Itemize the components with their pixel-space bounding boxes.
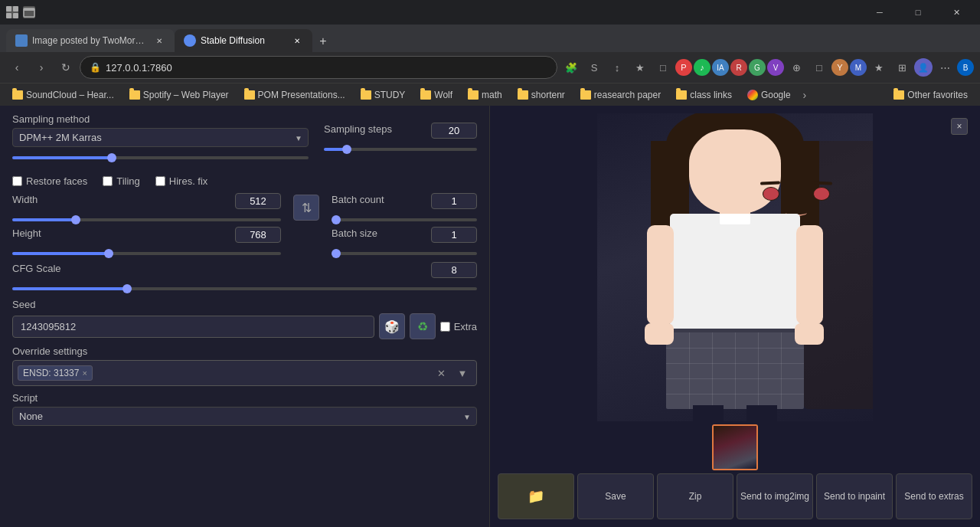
seed-text-input[interactable] (12, 316, 374, 338)
height-input[interactable] (235, 227, 281, 243)
avatar-icon[interactable]: 👤 (914, 58, 933, 77)
extra-checkbox[interactable]: Extra (440, 321, 477, 332)
batch-size-label: Batch size (332, 227, 377, 239)
collections-icon[interactable]: □ (652, 57, 674, 78)
hires-fix-input[interactable] (155, 176, 165, 186)
height-slider[interactable] (12, 252, 281, 255)
save-button[interactable]: Save (577, 473, 654, 519)
cfg-scale-input[interactable] (431, 262, 477, 278)
extra-icon2[interactable]: V (767, 59, 784, 76)
bookmark-spotify[interactable]: Spotify – Web Player (123, 88, 235, 102)
recycle-icon: ♻ (417, 319, 428, 334)
bookmark-wolf[interactable]: Wolf (414, 88, 459, 102)
cfg-scale-group: CFG Scale (12, 262, 477, 293)
bing-icon[interactable]: B (957, 59, 974, 76)
bookmark-shortenr[interactable]: shortenr (511, 88, 571, 102)
tab-stable-diffusion[interactable]: Stable Diffusion ✕ (175, 29, 312, 52)
batch-count-slider[interactable] (332, 218, 477, 221)
send-to-img2img-button[interactable]: Send to img2img (737, 473, 813, 519)
hires-fix-checkbox[interactable]: Hires. fix (155, 175, 208, 187)
minimize-button[interactable]: ─ (862, 0, 897, 25)
bookmark-study[interactable]: STUDY (354, 88, 412, 102)
script-group: Script None (12, 392, 477, 426)
extra-checkbox-input[interactable] (440, 322, 450, 332)
tiling-input[interactable] (103, 176, 113, 186)
forward-button[interactable]: › (31, 57, 52, 78)
swap-dimensions-button[interactable]: ⇅ (293, 195, 319, 221)
send-to-extras-button[interactable]: Send to extras (896, 473, 972, 519)
other-favorites-label: Other favorites (907, 90, 968, 100)
bookmark-pom[interactable]: POM Presentations... (238, 88, 351, 102)
save-label: Save (605, 491, 626, 502)
extra-icon1[interactable]: G (749, 59, 766, 76)
extra-icon4[interactable]: □ (808, 57, 830, 78)
override-input-row[interactable]: ENSD: 31337 × ✕ ▼ (12, 360, 477, 386)
dice-button[interactable]: 🎲 (379, 313, 405, 339)
google-favicon (747, 90, 758, 100)
thumbnail-1[interactable] (712, 424, 758, 470)
override-clear-button[interactable]: ✕ (432, 364, 450, 382)
maximize-button[interactable]: □ (900, 0, 936, 25)
extra-icon6[interactable]: M (850, 59, 867, 76)
tab2-close[interactable]: ✕ (291, 34, 303, 47)
override-dropdown-button[interactable]: ▼ (453, 364, 472, 382)
sampling-steps-slider[interactable] (324, 148, 477, 151)
hand-right (795, 323, 824, 345)
sidebar-icon[interactable]: ⊞ (891, 57, 913, 78)
ia-icon[interactable]: IA (712, 59, 729, 76)
recycle-button[interactable]: ♻ (410, 313, 436, 339)
send-to-inpaint-button[interactable]: Send to inpaint (816, 473, 893, 519)
pom-icon[interactable]: P (675, 59, 692, 76)
extensions-icon[interactable]: 🧩 (560, 57, 582, 78)
extra-icon3[interactable]: ⊕ (786, 57, 807, 78)
tab-image-posted[interactable]: Image posted by TwoMoreTimes... ✕ (6, 29, 175, 52)
bookmark-classlinks[interactable]: class links (670, 88, 738, 102)
favorites-icon[interactable]: ★ (868, 57, 890, 78)
bookmark-math[interactable]: math (462, 88, 508, 102)
bookmark-research[interactable]: reasearch paper (574, 88, 667, 102)
batch-count-input[interactable] (431, 193, 477, 209)
address-bar[interactable]: 🔒 127.0.0.1:7860 (80, 56, 557, 79)
tab1-close[interactable]: ✕ (153, 34, 165, 47)
back-button[interactable]: ‹ (6, 57, 28, 78)
override-tag-label: ENSD: 31337 (23, 368, 79, 378)
rb-icon[interactable]: R (730, 59, 747, 76)
width-input[interactable] (235, 193, 281, 209)
batch-size-input[interactable] (431, 227, 477, 243)
restore-faces-input[interactable] (12, 176, 22, 186)
spotify-icon[interactable]: ♪ (694, 59, 710, 76)
menu-icon[interactable]: ⋯ (934, 57, 956, 78)
star-icon[interactable]: ★ (629, 57, 651, 78)
batch-count-group: Batch count (332, 193, 477, 224)
title-bar: ─ □ ✕ (0, 0, 980, 25)
bookmark-soundcloud[interactable]: SoundCloud – Hear... (6, 88, 120, 102)
extra-icon5[interactable]: Y (831, 59, 848, 76)
profile-icon[interactable]: S (583, 57, 605, 78)
sampling-method-select[interactable]: DPM++ 2M Karras (12, 128, 309, 147)
bookmark-google[interactable]: Google (741, 88, 797, 102)
bookmark-study-label: STUDY (374, 90, 406, 100)
width-slider[interactable] (12, 218, 281, 221)
image-close-button[interactable]: × (951, 118, 968, 135)
new-tab-button[interactable]: + (312, 31, 334, 52)
cfg-scale-slider[interactable] (12, 287, 477, 290)
batch-size-slider[interactable] (332, 252, 477, 255)
restore-faces-checkbox[interactable]: Restore faces (12, 175, 87, 187)
more-bookmarks-button[interactable]: › (803, 89, 807, 101)
refresh-button[interactable]: ↻ (55, 57, 77, 78)
override-tag-close[interactable]: × (82, 368, 87, 378)
sync-icon[interactable]: ↕ (606, 57, 628, 78)
tiling-checkbox[interactable]: Tiling (103, 175, 140, 187)
width-group: Width (12, 193, 281, 224)
sampling-steps-input[interactable]: 20 (431, 123, 477, 139)
open-folder-button[interactable]: 📁 (498, 473, 574, 519)
sampling-steps-group: Sampling steps 20 (324, 123, 477, 161)
bookmark-other-favorites[interactable]: Other favorites (887, 88, 974, 102)
script-select[interactable]: None (12, 407, 477, 426)
close-window-button[interactable]: ✕ (939, 0, 974, 25)
zip-button[interactable]: Zip (657, 473, 733, 519)
sampling-method-slider-container (12, 150, 309, 162)
override-tag-ensd: ENSD: 31337 × (18, 365, 93, 381)
sampling-method-slider[interactable] (12, 156, 309, 159)
hires-fix-label: Hires. fix (169, 175, 208, 187)
